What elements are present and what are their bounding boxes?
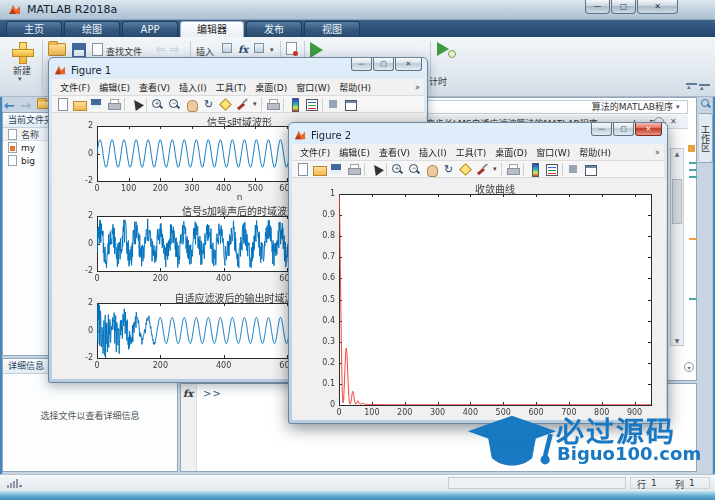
brush-caret-icon[interactable]: ▾ — [253, 100, 257, 108]
busy-indicator-icon[interactable]: ▴ — [7, 479, 22, 488]
insert-section-icon[interactable] — [222, 43, 232, 53]
hide-plot-tools-icon[interactable] — [327, 98, 340, 111]
menu-item-2[interactable]: 查看(V) — [135, 79, 174, 96]
new-figure-icon[interactable] — [56, 98, 69, 111]
new-label[interactable]: 新建 — [2, 64, 42, 77]
edit-plot-icon[interactable] — [369, 163, 382, 176]
figure2-axes-area[interactable]: 收敛曲线 — [292, 178, 664, 420]
menu-item-1[interactable]: 编辑(E) — [335, 144, 374, 161]
menu-item-4[interactable]: 工具(T) — [212, 79, 251, 96]
run-icon[interactable] — [310, 42, 323, 58]
zoom-in-icon[interactable]: + — [151, 98, 164, 111]
menu-item-5[interactable]: 桌面(D) — [251, 79, 291, 96]
editor-scrollbar[interactable]: ▲ ▼ — [670, 148, 684, 346]
edit-plot-icon[interactable] — [129, 98, 142, 111]
pan-icon[interactable] — [425, 163, 438, 176]
ribbon-tab-5[interactable]: 视图 — [304, 21, 360, 37]
data-cursor-icon[interactable] — [219, 98, 232, 111]
show-plot-tools-icon[interactable] — [584, 163, 597, 176]
insert-colorbar-icon[interactable] — [288, 98, 301, 111]
close-button[interactable]: ✕ — [395, 58, 422, 71]
editor-tab-close-icon[interactable]: ✕ — [670, 117, 677, 126]
show-plot-tools-icon[interactable] — [344, 98, 357, 111]
save-figure-icon[interactable] — [90, 98, 103, 111]
menu-item-3[interactable]: 插入(I) — [175, 79, 211, 96]
menu-overflow-icon[interactable]: » — [655, 148, 660, 157]
figure2-window[interactable]: Figure 2 — ▢ ✕ 文件(F)编辑(E)查看(V)插入(I)工具(T)… — [288, 122, 668, 424]
scroll-up-icon[interactable]: ▲ — [671, 150, 683, 157]
minimize-button[interactable]: — — [351, 58, 372, 71]
menu-item-0[interactable]: 文件(F) — [296, 144, 334, 161]
insert-legend-icon[interactable] — [305, 98, 318, 111]
open-file-icon[interactable] — [313, 163, 326, 176]
editor-marker[interactable] — [689, 176, 697, 178]
go-back-icon[interactable]: ⇦ — [156, 43, 165, 56]
forward-arrow-icon[interactable]: → — [20, 98, 31, 113]
scrollbar-thumb[interactable] — [672, 179, 682, 224]
scroll-down-icon[interactable]: ▼ — [671, 337, 683, 344]
menu-overflow-icon[interactable]: » — [415, 83, 420, 92]
figure2-plot-canvas[interactable] — [292, 178, 666, 420]
close-button[interactable]: ✕ — [635, 123, 662, 136]
editor-warning-indicator[interactable] — [688, 145, 695, 152]
go-forward-icon[interactable]: ⇨ — [170, 43, 179, 56]
zoom-out-icon[interactable]: − — [168, 98, 181, 111]
menu-item-6[interactable]: 窗口(W) — [532, 144, 574, 161]
print-figure-icon[interactable] — [347, 163, 360, 176]
minimize-button[interactable]: — — [591, 123, 612, 136]
ribbon-tab-0[interactable]: 主页 — [6, 21, 62, 37]
menu-item-0[interactable]: 文件(F) — [56, 79, 94, 96]
insert-colorbar-icon[interactable] — [528, 163, 541, 176]
editor-marker[interactable] — [689, 238, 697, 240]
menu-item-1[interactable]: 编辑(E) — [95, 79, 134, 96]
function-bar-caret-icon[interactable]: ▾ — [676, 103, 680, 111]
find-files-icon[interactable] — [92, 43, 103, 56]
print-figure-icon[interactable] — [107, 98, 120, 111]
insert-caret-icon[interactable]: ▾ — [270, 46, 274, 54]
ribbon-tab-1[interactable]: 绘图 — [64, 21, 120, 37]
menu-item-5[interactable]: 桌面(D) — [491, 144, 531, 161]
link-plot-icon[interactable] — [266, 98, 279, 111]
editor-marker[interactable] — [689, 162, 697, 164]
menu-item-4[interactable]: 工具(T) — [452, 144, 491, 161]
open-file-icon[interactable] — [73, 98, 86, 111]
editor-marker[interactable] — [689, 298, 697, 300]
menu-item-7[interactable]: 帮助(H) — [575, 144, 615, 161]
data-cursor-icon[interactable] — [459, 163, 472, 176]
workspace-tab[interactable]: 工作区 — [699, 113, 713, 163]
dock-collapse-icon[interactable] — [699, 84, 710, 93]
minimize-button[interactable]: — — [585, 0, 610, 14]
new-script-icon[interactable] — [12, 42, 32, 62]
open-icon[interactable] — [48, 43, 66, 56]
insert-legend-icon[interactable] — [545, 163, 558, 176]
new-figure-icon[interactable] — [296, 163, 309, 176]
close-button[interactable]: ✕ — [637, 0, 678, 14]
rotate-3d-icon[interactable]: ↻ — [202, 98, 215, 111]
save-file-icon[interactable] — [72, 43, 86, 57]
menu-item-2[interactable]: 查看(V) — [375, 144, 414, 161]
insert-fx-icon[interactable]: fx — [238, 44, 248, 55]
maximize-button[interactable]: ▢ — [373, 58, 394, 71]
breakpoints-icon[interactable] — [286, 42, 297, 55]
ribbon-tab-4[interactable]: 发布 — [246, 21, 302, 37]
brush-icon[interactable] — [236, 98, 249, 111]
back-arrow-icon[interactable]: ← — [4, 98, 15, 113]
maximize-button[interactable]: ▢ — [613, 123, 634, 136]
insert-image-icon[interactable] — [254, 43, 264, 53]
rotate-3d-icon[interactable]: ↻ — [442, 163, 455, 176]
pan-icon[interactable] — [185, 98, 198, 111]
ribbon-tab-3[interactable]: 编辑器 — [180, 21, 244, 37]
panel-collapse-icon[interactable]: ▾ — [684, 362, 694, 372]
collapse-ribbon-icon[interactable] — [686, 83, 697, 92]
menu-item-3[interactable]: 插入(I) — [415, 144, 451, 161]
zoom-out-icon[interactable]: − — [408, 163, 421, 176]
zoom-in-icon[interactable]: + — [391, 163, 404, 176]
brush-icon[interactable] — [476, 163, 489, 176]
editor-marker[interactable] — [689, 169, 697, 171]
menu-item-7[interactable]: 帮助(H) — [335, 79, 375, 96]
brush-caret-icon[interactable]: ▾ — [493, 165, 497, 173]
run-and-time-label[interactable]: 计时 — [429, 75, 447, 88]
fx-badge[interactable]: fx — [183, 388, 193, 399]
menu-item-6[interactable]: 窗口(W) — [292, 79, 334, 96]
ribbon-tab-2[interactable]: APP — [122, 21, 178, 37]
